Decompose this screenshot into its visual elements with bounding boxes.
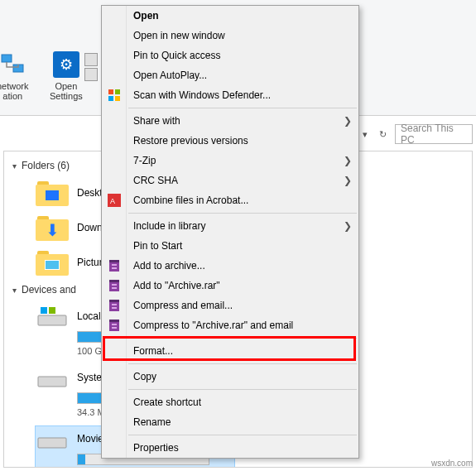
context-menu-item-label: Restore previous versions (133, 135, 248, 147)
context-menu-item-label: Add to "Archive.rar" (133, 280, 220, 291)
ribbon-small-buttons[interactable] (84, 53, 98, 81)
svg-rect-14 (109, 260, 119, 262)
context-menu-item-label: Copy (133, 371, 156, 382)
context-menu-item-label: Rename (133, 416, 171, 428)
submenu-arrow-icon: ❯ (344, 220, 352, 232)
context-menu-item[interactable]: Compress and email... (102, 296, 358, 315)
drive-name: Local (77, 310, 101, 322)
ribbon-open-settings-label: Open Settings (50, 81, 83, 101)
context-menu-item-label: Scan with Windows Defender... (133, 89, 271, 101)
chevron-down-icon: ▾ (12, 286, 17, 295)
svg-rect-8 (115, 89, 120, 94)
context-menu-separator (128, 363, 357, 364)
context-menu: OpenOpen in new windowPin to Quick acces… (101, 5, 359, 459)
ribbon-network-button[interactable]: network ation (0, 51, 29, 101)
context-menu-item-label: Share with (133, 115, 180, 127)
context-menu-item-label: Open (133, 10, 159, 22)
context-menu-separator (128, 108, 357, 108)
svg-rect-10 (115, 96, 120, 101)
svg-rect-19 (112, 284, 117, 286)
svg-rect-26 (109, 320, 119, 322)
search-input[interactable]: Search This PC (395, 124, 473, 144)
chevron-down-icon[interactable]: ▾ (359, 126, 371, 143)
folder-icon: ⬇ (36, 214, 69, 241)
svg-rect-28 (112, 327, 117, 329)
svg-rect-24 (112, 307, 117, 309)
drive-icon (36, 426, 69, 451)
context-menu-item[interactable]: Pin to Quick access (102, 46, 358, 65)
refresh-icon[interactable]: ↻ (376, 126, 390, 143)
rar-icon (107, 298, 122, 313)
svg-rect-23 (112, 304, 117, 305)
folder-icon (36, 180, 69, 206)
submenu-arrow-icon: ❯ (344, 155, 352, 166)
rar-icon (107, 278, 122, 293)
context-menu-item[interactable]: Properties (102, 438, 358, 458)
svg-rect-2 (38, 315, 66, 325)
pdf-icon: A (107, 193, 122, 208)
context-menu-item[interactable]: Open in new window (102, 26, 358, 46)
svg-rect-9 (108, 96, 113, 101)
defender-icon (107, 88, 122, 103)
submenu-arrow-icon: ❯ (344, 175, 352, 186)
context-menu-item[interactable]: Create shortcut (102, 392, 358, 412)
svg-rect-16 (112, 267, 117, 269)
context-menu-item-label: Add to archive... (133, 260, 205, 272)
context-menu-item[interactable]: Open AutoPlay... (102, 65, 358, 85)
address-search-row: ▾ ↻ Search This PC (359, 124, 473, 144)
context-menu-item[interactable]: 7-Zip❯ (102, 151, 358, 171)
ribbon-open-settings-button[interactable]: ⚙ Open Settings (50, 51, 83, 101)
context-menu-item[interactable]: Compress to "Archive.rar" and email (102, 315, 358, 335)
context-menu-item-label: Open AutoPlay... (133, 70, 207, 81)
context-menu-item[interactable]: ACombine files in Acrobat... (102, 190, 358, 210)
context-menu-item-label: Combine files in Acrobat... (133, 195, 248, 206)
rar-icon (107, 258, 122, 273)
svg-rect-4 (49, 307, 55, 314)
svg-rect-5 (38, 377, 66, 387)
svg-rect-3 (41, 307, 47, 314)
context-menu-item-label: Pin to Start (133, 240, 182, 252)
context-menu-separator (128, 213, 357, 214)
svg-rect-20 (112, 287, 117, 289)
context-menu-item-label: 7-Zip (133, 155, 156, 166)
network-icon (0, 51, 26, 78)
watermark: wsxdn.com (431, 459, 473, 468)
gear-icon: ⚙ (53, 51, 79, 78)
search-placeholder: Search This PC (401, 123, 467, 146)
context-menu-item-label: Format... (133, 345, 173, 357)
svg-rect-18 (109, 280, 119, 282)
context-menu-item-label: Open in new window (133, 30, 225, 41)
context-menu-separator (128, 389, 357, 390)
submenu-arrow-icon: ❯ (344, 115, 352, 127)
small-icon-1[interactable] (84, 53, 98, 66)
group-devices-label: Devices and (22, 284, 76, 296)
context-menu-item[interactable]: Restore previous versions (102, 131, 358, 151)
context-menu-item[interactable]: Pin to Start (102, 236, 358, 256)
context-menu-item-label: CRC SHA (133, 175, 178, 186)
group-folders-label: Folders (6) (22, 160, 70, 171)
context-menu-item-label: Create shortcut (133, 397, 201, 408)
context-menu-item[interactable]: Add to archive... (102, 256, 358, 276)
svg-rect-15 (112, 264, 117, 266)
chevron-down-icon: ▾ (12, 161, 17, 171)
drive-icon (36, 304, 69, 329)
context-menu-item[interactable]: Scan with Windows Defender... (102, 85, 358, 105)
drive-icon (36, 365, 69, 390)
context-menu-item[interactable]: Open (102, 6, 358, 26)
context-menu-item[interactable]: Share with❯ (102, 111, 358, 131)
svg-rect-27 (112, 324, 117, 325)
svg-rect-0 (2, 55, 12, 62)
context-menu-item[interactable]: Copy (102, 367, 358, 387)
svg-text:A: A (110, 197, 115, 205)
context-menu-item[interactable]: Add to "Archive.rar" (102, 276, 358, 296)
context-menu-item[interactable]: Rename (102, 412, 358, 432)
folder-icon (36, 249, 69, 276)
context-menu-item[interactable]: CRC SHA❯ (102, 171, 358, 190)
context-menu-item[interactable]: Format... (102, 341, 358, 361)
context-menu-item-label: Properties (133, 442, 179, 454)
svg-rect-22 (109, 300, 119, 302)
context-menu-item-label: Compress to "Archive.rar" and email (133, 320, 293, 331)
small-icon-2[interactable] (84, 68, 98, 81)
context-menu-item[interactable]: Include in library❯ (102, 216, 358, 236)
svg-rect-6 (38, 438, 66, 448)
